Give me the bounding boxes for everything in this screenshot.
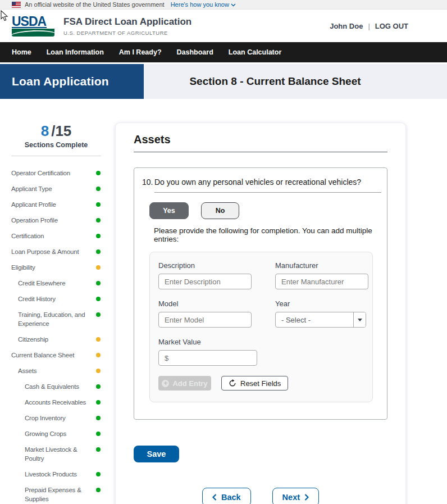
sidebar-item-label: Citizenship [18, 335, 93, 344]
sidebar-item-label: Cash & Equivalents [25, 382, 93, 391]
app-name-banner: Loan Application [0, 64, 144, 99]
status-dot [96, 249, 101, 254]
manufacturer-input[interactable] [275, 274, 368, 289]
gov-banner-text: An official website of the United States… [25, 1, 165, 8]
sidebar-item-label: Credit Elsewhere [18, 279, 93, 288]
sidebar-item-training-education-and-experience[interactable]: Training, Education, and Experience [0, 307, 112, 332]
year-select-value: - Select - [276, 316, 353, 324]
year-select[interactable]: - Select - [275, 312, 366, 328]
yes-button[interactable]: Yes [149, 202, 189, 219]
sidebar-item-label: Applicant Type [11, 184, 93, 193]
sections-total: /15 [51, 122, 71, 139]
assets-card: Assets 10. Do you own any personal vehic… [115, 122, 406, 504]
sidebar-item-label: Current Balance Sheet [11, 351, 93, 360]
chevron-down-icon[interactable] [353, 312, 366, 327]
status-dot [96, 488, 101, 492]
sidebar-item-operator-certification[interactable]: Operator Certification [0, 165, 112, 181]
sidebar-item-citizenship[interactable]: Citizenship [0, 332, 112, 347]
model-field-group: Model [158, 299, 252, 328]
sidebar-item-applicant-type[interactable]: Applicant Type [0, 181, 112, 197]
sidebar-item-label: Operation Profile [11, 216, 93, 225]
mouse-cursor [1, 10, 10, 21]
sidebar-item-label: Credit History [18, 294, 93, 303]
description-field-group: Description [158, 261, 252, 289]
back-label: Back [221, 493, 241, 502]
market-value-input[interactable] [158, 350, 257, 366]
status-dot [96, 337, 101, 342]
sidebar-item-growing-crops[interactable]: Growing Crops [0, 426, 112, 442]
user-name[interactable]: John Doe [330, 22, 363, 30]
manufacturer-label: Manufacturer [275, 261, 366, 270]
model-input[interactable] [158, 312, 252, 328]
nav-item-loan-calculator[interactable]: Loan Calculator [229, 48, 281, 56]
yes-no-row: Yes No [149, 202, 379, 219]
status-dot [96, 297, 101, 301]
entry-panel: Description Manufacturer Model Year [149, 252, 373, 402]
sidebar-item-label: Prepaid Expenses & Supplies [25, 485, 93, 503]
plus-icon: + [162, 380, 169, 387]
sidebar-item-current-balance-sheet[interactable]: Current Balance Sheet [0, 347, 112, 363]
status-dot [96, 187, 101, 191]
sidebar-item-certification[interactable]: Certification [0, 228, 112, 244]
nav-item-am-i-ready[interactable]: Am I Ready? [119, 48, 162, 56]
add-entry-label: Add Entry [172, 379, 207, 388]
sidebar-item-accounts-receivables[interactable]: Accounts Receivables [0, 394, 112, 410]
sidebar-divider [11, 156, 101, 156]
sidebar-item-livestock-products[interactable]: Livestock Products [0, 466, 112, 482]
sidebar-item-label: Growing Crops [25, 429, 93, 438]
app-name: Loan Application [12, 75, 109, 88]
nav-item-dashboard[interactable]: Dashboard [177, 48, 213, 56]
description-input[interactable] [158, 274, 252, 289]
app-title: FSA Direct Loan Application [63, 16, 191, 28]
sections-counter: 8/15 [0, 122, 112, 140]
sidebar-item-label: Market Livestock & Poultry [25, 445, 93, 463]
sidebar-item-prepaid-expenses-supplies[interactable]: Prepaid Expenses & Supplies [0, 482, 112, 504]
sidebar-item-market-livestock-poultry[interactable]: Market Livestock & Poultry [0, 442, 112, 466]
question-number: 10. [142, 178, 154, 187]
us-flag-icon [12, 2, 21, 8]
status-dot [96, 312, 101, 317]
sidebar-item-label: Livestock Products [25, 470, 93, 479]
usda-logo-text: USDA [12, 16, 47, 28]
sidebar-item-label: Crop Inventory [25, 414, 93, 423]
card-heading: Assets [134, 133, 387, 146]
sidebar-item-loan-purpose-amount[interactable]: Loan Purpose & Amount [0, 244, 112, 260]
status-dot [96, 234, 101, 238]
nav-item-home[interactable]: Home [12, 48, 31, 56]
status-dot [96, 472, 101, 476]
nav-item-loan-information[interactable]: Loan Information [47, 48, 104, 56]
description-label: Description [158, 261, 252, 270]
logout-link[interactable]: LOG OUT [375, 22, 408, 30]
question-divider [154, 192, 381, 193]
sidebar-item-operation-profile[interactable]: Operation Profile [0, 212, 112, 228]
save-button[interactable]: Save [134, 446, 179, 462]
no-button[interactable]: No [201, 202, 239, 219]
reset-icon [229, 379, 236, 387]
how-you-know-link[interactable]: Here's how you know [171, 1, 236, 8]
next-button[interactable]: Next [272, 488, 319, 504]
pagination-buttons: Back Next [134, 488, 387, 504]
heading-rule [134, 152, 387, 152]
status-dot [96, 281, 101, 285]
sidebar-item-crop-inventory[interactable]: Crop Inventory [0, 410, 112, 426]
add-entry-button[interactable]: + Add Entry [158, 376, 211, 391]
sidebar-item-cash-equivalents[interactable]: Cash & Equivalents [0, 379, 112, 394]
sidebar-item-credit-history[interactable]: Credit History [0, 291, 112, 307]
sidebar-item-assets[interactable]: Assets [0, 363, 112, 379]
sidebar-item-label: Operator Certification [11, 169, 93, 178]
back-button[interactable]: Back [202, 488, 251, 504]
app-title-block: FSA Direct Loan Application U.S. DEPARTM… [63, 16, 191, 36]
helper-text: Please provide the following for complet… [154, 226, 379, 243]
sidebar-item-credit-elsewhere[interactable]: Credit Elsewhere [0, 275, 112, 291]
status-dot [96, 218, 101, 223]
sidebar-item-eligibility[interactable]: Eligibility [0, 260, 112, 275]
dept-subtitle: U.S. DEPARTMENT OF AGRICULTURE [63, 30, 191, 36]
sidebar: 8/15 Sections Complete Operator Certific… [0, 99, 112, 504]
hero-row: Loan Application Section 8 - Current Bal… [0, 64, 447, 99]
year-field-group: Year - Select - [275, 299, 366, 328]
sidebar-item-applicant-profile[interactable]: Applicant Profile [0, 197, 112, 212]
reset-fields-button[interactable]: Reset Fields [221, 376, 288, 391]
status-dot [96, 447, 101, 452]
sidebar-list: Operator CertificationApplicant TypeAppl… [0, 165, 112, 504]
gov-banner: An official website of the United States… [0, 0, 447, 10]
